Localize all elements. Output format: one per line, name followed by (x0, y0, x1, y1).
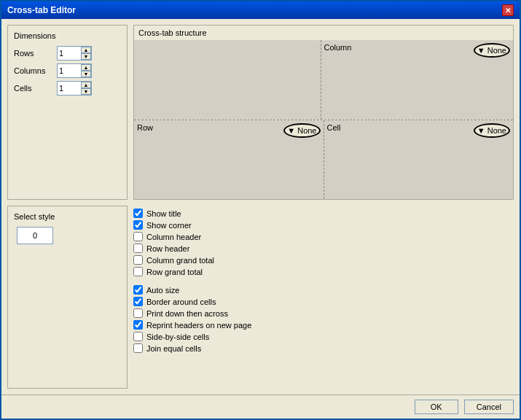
show-title-row: Show title (133, 209, 514, 218)
dialog-title: Cross-tab Editor (7, 5, 76, 15)
reprint-headers-label: Reprint headers on new page (146, 321, 251, 330)
join-equal-checkbox[interactable] (133, 343, 143, 353)
crosstab-panel: Cross-tab structure Column ▼ None Row (133, 25, 514, 200)
auto-size-label: Auto size (146, 286, 179, 295)
dialog-footer: OK Cancel (1, 394, 520, 419)
crosstab-cell-area: Cell ▼ None (324, 120, 514, 200)
top-section: Dimensions Rows ▲ ▼ Columns (7, 25, 514, 200)
show-corner-label: Show corner (146, 221, 192, 230)
column-area-label: Column (324, 43, 352, 52)
auto-size-row: Auto size (133, 285, 514, 295)
options-panel: Show title Show corner Column header Row… (133, 206, 514, 389)
row-grand-total-checkbox[interactable] (133, 267, 143, 276)
cell-area-label: Cell (327, 123, 341, 132)
show-corner-row: Show corner (133, 220, 514, 230)
rows-spinners: ▲ ▼ (81, 47, 91, 60)
cell-dropdown[interactable]: ▼ None (474, 123, 510, 138)
columns-spin-down[interactable]: ▼ (81, 71, 91, 77)
columns-input[interactable] (58, 66, 81, 76)
rows-input[interactable] (58, 48, 81, 58)
crosstab-column-area: Column ▼ None (321, 40, 514, 120)
style-panel: Select style 0 (7, 206, 128, 389)
cross-tab-editor-dialog: Cross-tab Editor ✕ Dimensions Rows ▲ ▼ (0, 0, 521, 420)
dimensions-label: Dimensions (14, 31, 121, 40)
bottom-section: Select style 0 Show title Show corner Co… (7, 206, 514, 389)
column-header-label: Column header (146, 233, 201, 241)
crosstab-bottom: Row ▼ None Cell ▼ None (134, 120, 513, 200)
reprint-headers-row: Reprint headers on new page (133, 320, 514, 330)
show-title-checkbox[interactable] (133, 209, 143, 218)
print-down-across-checkbox[interactable] (133, 308, 143, 318)
row-header-checkbox[interactable] (133, 244, 143, 253)
spacer-1 (133, 279, 514, 283)
crosstab-structure: Column ▼ None Row ▼ None Cell ▼ None (134, 40, 513, 199)
border-around-cells-label: Border around cells (146, 298, 216, 306)
show-corner-checkbox[interactable] (133, 220, 143, 230)
col-grand-total-label: Column grand total (146, 256, 214, 265)
columns-spin-up[interactable]: ▲ (81, 64, 91, 71)
cells-spinners: ▲ ▼ (81, 82, 91, 95)
cells-label: Cells (14, 84, 54, 93)
row-header-row: Row header (133, 244, 514, 253)
row-grand-total-label: Row grand total (146, 268, 203, 276)
crosstab-row-area: Row ▼ None (134, 120, 324, 200)
row-header-label: Row header (146, 244, 189, 253)
columns-row: Columns ▲ ▼ (14, 63, 121, 78)
column-dropdown[interactable]: ▼ None (474, 43, 510, 58)
rows-row: Rows ▲ ▼ (14, 46, 121, 61)
cancel-button[interactable]: Cancel (464, 400, 514, 414)
column-header-checkbox[interactable] (133, 232, 143, 241)
cells-input-wrap: ▲ ▼ (57, 81, 92, 96)
crosstab-top-left (134, 40, 321, 120)
print-down-across-row: Print down then across (133, 308, 514, 318)
cells-spin-up[interactable]: ▲ (81, 82, 91, 88)
row-area-label: Row (137, 123, 153, 132)
columns-input-wrap: ▲ ▼ (57, 63, 92, 78)
dimensions-panel: Dimensions Rows ▲ ▼ Columns (7, 25, 128, 200)
cells-row: Cells ▲ ▼ (14, 81, 121, 96)
dialog-body: Dimensions Rows ▲ ▼ Columns (1, 19, 520, 394)
title-bar: Cross-tab Editor ✕ (1, 1, 520, 19)
join-equal-label: Join equal cells (146, 344, 201, 353)
border-around-cells-row: Border around cells (133, 297, 514, 306)
join-equal-row: Join equal cells (133, 343, 514, 353)
rows-spin-down[interactable]: ▼ (81, 53, 91, 60)
auto-size-checkbox[interactable] (133, 285, 143, 295)
show-title-label: Show title (146, 209, 181, 218)
rows-spin-up[interactable]: ▲ (81, 47, 91, 53)
row-grand-total-row: Row grand total (133, 267, 514, 276)
side-by-side-checkbox[interactable] (133, 332, 143, 341)
rows-input-wrap: ▲ ▼ (57, 46, 92, 61)
style-label: Select style (14, 212, 121, 221)
close-button[interactable]: ✕ (502, 4, 514, 16)
border-around-cells-checkbox[interactable] (133, 297, 143, 306)
side-by-side-label: Side-by-side cells (146, 332, 209, 341)
print-down-across-label: Print down then across (146, 309, 228, 318)
style-value: 0 (17, 227, 53, 244)
ok-button[interactable]: OK (415, 400, 458, 414)
rows-label: Rows (14, 49, 54, 58)
reprint-headers-checkbox[interactable] (133, 320, 143, 330)
columns-label: Columns (14, 66, 54, 75)
crosstab-label: Cross-tab structure (134, 26, 211, 40)
col-grand-total-checkbox[interactable] (133, 255, 143, 265)
cells-input[interactable] (58, 83, 81, 93)
crosstab-top: Column ▼ None (134, 40, 513, 120)
col-grand-total-row: Column grand total (133, 255, 514, 265)
row-dropdown[interactable]: ▼ None (283, 123, 320, 138)
side-by-side-row: Side-by-side cells (133, 332, 514, 341)
column-header-row: Column header (133, 232, 514, 241)
columns-spinners: ▲ ▼ (81, 64, 91, 77)
cells-spin-down[interactable]: ▼ (81, 88, 91, 95)
